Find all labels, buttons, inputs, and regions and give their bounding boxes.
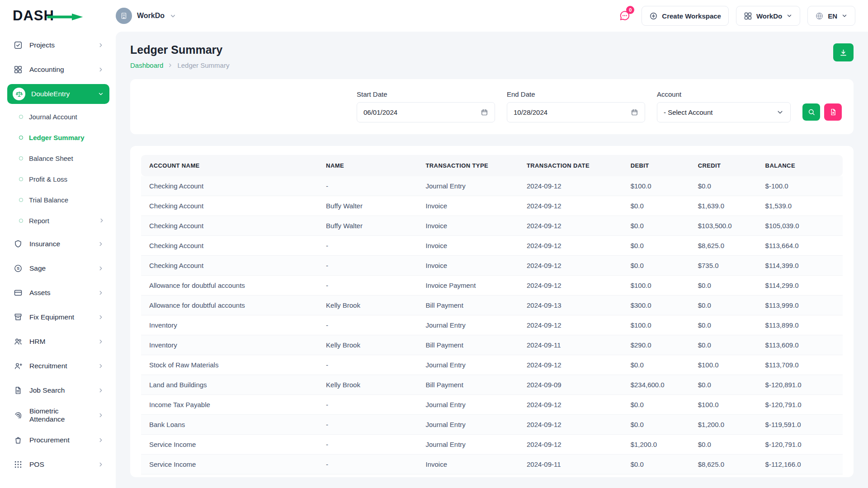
breadcrumb-dashboard-link[interactable]: Dashboard xyxy=(130,61,163,69)
dots-grid-icon xyxy=(13,459,24,470)
sidebar-item-procurement[interactable]: Procurement xyxy=(7,430,109,450)
cell-transaction-type: Journal Entry xyxy=(417,176,518,196)
sidebar-item-label: Assets xyxy=(29,289,92,297)
chevron-right-icon xyxy=(98,314,104,320)
chevron-right-icon xyxy=(98,265,104,272)
column-header-account-name: ACCOUNT NAME xyxy=(141,155,318,176)
table-row: Allowance for doubtful accounts - Invoic… xyxy=(141,276,843,296)
cell-credit: $0.0 xyxy=(690,315,757,335)
cell-credit: $0.0 xyxy=(690,296,757,315)
chevron-right-icon xyxy=(98,363,104,369)
cell-name: - xyxy=(318,276,417,296)
start-date-input[interactable]: 06/01/2024 xyxy=(357,102,495,122)
column-header-balance: BALANCE xyxy=(757,155,843,176)
sidebar-item-profit-loss[interactable]: Profit & Loss xyxy=(14,171,109,187)
language-selector[interactable]: EN xyxy=(807,6,855,26)
cell-name: Kelly Brook xyxy=(318,296,417,315)
cell-account-name: Checking Account xyxy=(141,196,318,216)
topbar: DASH WorkDo 0 Create Workspace WorkDo EN xyxy=(0,0,868,32)
cell-transaction-date: 2024-09-11 xyxy=(519,335,623,355)
sidebar-item-label: Job Search xyxy=(29,386,92,394)
sidebar-item-fix-equipment[interactable]: Fix Equipment xyxy=(7,307,109,327)
document-icon xyxy=(13,385,24,396)
cell-account-name: Bank Loans xyxy=(141,415,318,435)
start-date-field: Start Date 06/01/2024 xyxy=(357,90,495,122)
reset-button[interactable] xyxy=(824,103,842,121)
end-date-label: End Date xyxy=(507,90,645,98)
end-date-input[interactable]: 10/28/2024 xyxy=(507,102,645,122)
sidebar-item-doubleentry[interactable]: DoubleEntry xyxy=(7,84,109,104)
cell-transaction-date: 2024-09-12 xyxy=(519,236,623,256)
cell-account-name: Checking Account xyxy=(141,176,318,196)
cell-transaction-date: 2024-09-12 xyxy=(519,196,623,216)
cell-balance: $113,609.0 xyxy=(757,335,843,355)
cell-debit: $0.0 xyxy=(623,196,690,216)
sidebar-item-trial-balance[interactable]: Trial Balance xyxy=(14,192,109,208)
cell-debit: $290.0 xyxy=(623,335,690,355)
start-date-label: Start Date xyxy=(357,90,495,98)
cell-balance: $-112,166.0 xyxy=(757,455,843,474)
sidebar-item-hrm[interactable]: HRM xyxy=(7,332,109,352)
cell-account-name: Allowance for doubtful accounts xyxy=(141,276,318,296)
sidebar-item-pos[interactable]: POS xyxy=(7,455,109,474)
cell-debit: $1,200.0 xyxy=(623,435,690,455)
account-select[interactable]: - Select Account xyxy=(657,102,791,122)
cell-credit: $103,500.0 xyxy=(690,216,757,236)
cell-credit: $0.0 xyxy=(690,375,757,395)
cell-name: - xyxy=(318,256,417,276)
sidebar-item-insurance[interactable]: Insurance xyxy=(7,234,109,254)
cell-credit: $8,625.0 xyxy=(690,455,757,474)
chevron-right-icon xyxy=(99,217,105,224)
projects-icon xyxy=(13,40,24,51)
filter-actions xyxy=(802,103,842,121)
page-title: Ledger Summary xyxy=(130,43,229,56)
cell-credit: $100.0 xyxy=(690,355,757,375)
sidebar-item-label: Insurance xyxy=(29,240,92,248)
sidebar-item-assets[interactable]: Assets xyxy=(7,283,109,303)
cell-debit: $100.0 xyxy=(623,315,690,335)
search-button[interactable] xyxy=(802,103,820,121)
sidebar-item-recruitment[interactable]: Recruitment xyxy=(7,356,109,376)
submenu-item-label: Balance Sheet xyxy=(29,155,73,162)
sidebar-item-projects[interactable]: Projects xyxy=(7,35,109,55)
table-header-row: ACCOUNT NAME NAME TRANSACTION TYPE TRANS… xyxy=(141,155,843,176)
cell-account-name: Checking Account xyxy=(141,256,318,276)
filter-card: Start Date 06/01/2024 End Date 10/28/202… xyxy=(130,79,854,134)
sidebar-item-sage[interactable]: Sage xyxy=(7,258,109,278)
sidebar-item-ledger-summary[interactable]: Ledger Summary xyxy=(14,129,109,145)
sidebar-item-report[interactable]: Report xyxy=(14,212,109,229)
workspace-switcher[interactable]: WorkDo xyxy=(116,8,176,24)
doubleentry-submenu: Journal Account Ledger Summary Balance S… xyxy=(7,108,109,234)
cell-credit: $735.0 xyxy=(690,256,757,276)
cell-transaction-type: Invoice xyxy=(417,236,518,256)
cell-transaction-type: Invoice xyxy=(417,216,518,236)
bullet-icon xyxy=(19,219,23,223)
sidebar-item-label: Projects xyxy=(29,41,92,49)
sidebar-item-job-search[interactable]: Job Search xyxy=(7,380,109,400)
cell-debit: $0.0 xyxy=(623,395,690,415)
cell-balance: $113,664.0 xyxy=(757,236,843,256)
logo-arrow-icon xyxy=(46,14,84,20)
create-workspace-button[interactable]: Create Workspace xyxy=(642,6,729,26)
cell-transaction-type: Journal Entry xyxy=(417,415,518,435)
cell-name: Kelly Brook xyxy=(318,375,417,395)
cell-account-name: Inventory xyxy=(141,315,318,335)
cell-debit: $0.0 xyxy=(623,256,690,276)
column-header-transaction-type: TRANSACTION TYPE xyxy=(417,155,518,176)
sidebar-item-label: Sage xyxy=(29,264,92,272)
workspace-menu-button[interactable]: WorkDo xyxy=(736,6,800,26)
chevron-right-icon xyxy=(167,62,173,68)
sidebar-item-balance-sheet[interactable]: Balance Sheet xyxy=(14,150,109,166)
download-button[interactable] xyxy=(833,43,854,61)
sidebar-item-label: Procurement xyxy=(29,436,92,444)
chevron-right-icon xyxy=(98,437,104,443)
table-row: Bank Loans - Journal Entry 2024-09-12 $0… xyxy=(141,415,843,435)
sidebar-item-journal-account[interactable]: Journal Account xyxy=(14,108,109,125)
messages-button[interactable]: 0 xyxy=(615,6,634,25)
cell-name: - xyxy=(318,176,417,196)
sidebar-item-label: Accounting xyxy=(29,66,92,74)
sidebar-item-biometric-attendance[interactable]: Biometric Attendance xyxy=(7,405,109,426)
logo[interactable]: DASH xyxy=(13,8,106,24)
person-plus-icon xyxy=(13,361,24,371)
sidebar-item-accounting[interactable]: Accounting xyxy=(7,60,109,80)
